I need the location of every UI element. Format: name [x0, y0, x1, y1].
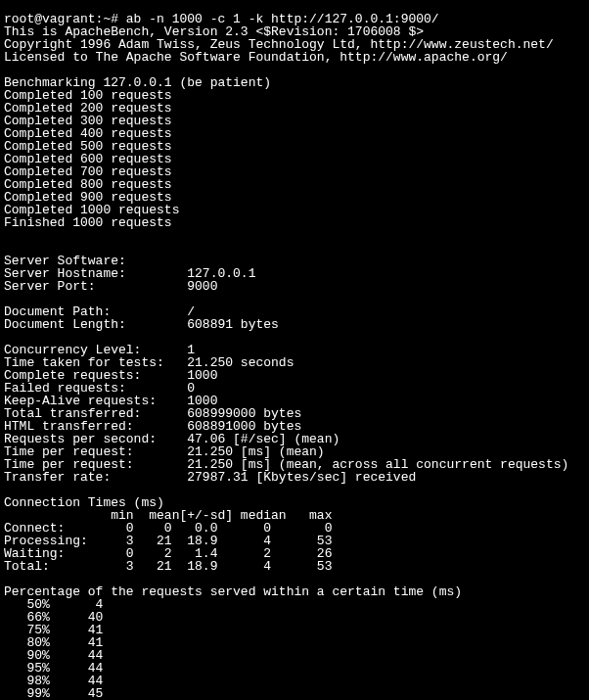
conn-times-row: Total: 3 21 18.9 4 53 — [4, 559, 332, 574]
progress-line: Finished 1000 requests — [4, 215, 172, 230]
terminal-output: root@vagrant:~# ab -n 1000 -c 1 -k http:… — [0, 0, 589, 700]
intro-line: Licensed to The Apache Software Foundati… — [4, 50, 508, 65]
percentile-row: 99% 45 — [4, 686, 103, 700]
kv-line: Document Length: 608891 bytes — [4, 317, 279, 332]
kv-line: Transfer rate: 27987.31 [Kbytes/sec] rec… — [4, 470, 416, 485]
kv-line: Server Port: 9000 — [4, 279, 217, 294]
